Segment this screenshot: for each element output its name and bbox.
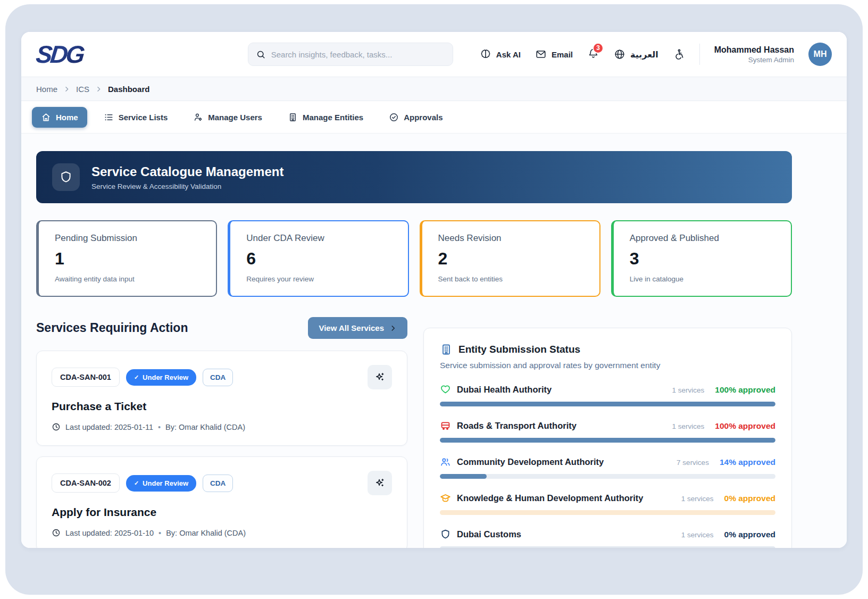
entity-tag-chip: CDA [203, 369, 233, 386]
stat-cards: Pending Submission 1 Awaiting entity dat… [36, 220, 792, 297]
page-title: Service Catalogue Management [91, 164, 283, 179]
search-bar[interactable] [248, 43, 453, 66]
bus-icon [440, 420, 451, 431]
tab-approvals-label: Approvals [404, 113, 443, 122]
stat-value: 3 [630, 249, 775, 269]
check-icon: ✓ [134, 374, 139, 381]
entity-tag-chip: CDA [203, 475, 233, 492]
entity-name: Dubai Health Authority [457, 385, 552, 395]
breadcrumb: Home ICS Dashboard [21, 77, 847, 101]
search-input[interactable] [271, 50, 445, 59]
user-info[interactable]: Mohammed Hassan System Admin [714, 45, 794, 64]
entity-row[interactable]: Community Development Authority 7 servic… [440, 456, 775, 479]
entity-services-count: 1 services [681, 495, 714, 503]
stat-card-needs-revision[interactable]: Needs Revision 2 Sent back to entities [420, 220, 600, 297]
ai-sparkle-button[interactable] [368, 365, 392, 389]
users-icon [440, 456, 451, 468]
service-title: Purchase a Ticket [52, 400, 392, 413]
service-title: Apply for Insurance [52, 506, 392, 519]
graduation-cap-icon [440, 493, 451, 504]
globe-icon [614, 48, 625, 60]
status-badge: ✓ Under Review [126, 475, 196, 492]
entity-services-count: 7 services [677, 459, 709, 467]
stat-title: Approved & Published [630, 233, 775, 244]
stat-card-under-cda-review[interactable]: Under CDA Review 6 Requires your review [228, 220, 408, 297]
service-code-chip: CDA-SAN-001 [52, 368, 120, 387]
stat-caption: Requires your review [246, 275, 391, 283]
service-card[interactable]: CDA-SAN-002 ✓ Under Review CDA Apply for… [36, 456, 407, 548]
home-icon [41, 112, 51, 122]
progress-track [440, 402, 775, 406]
stat-card-approved-published[interactable]: Approved & Published 3 Live in catalogue [611, 220, 792, 297]
email-label: Email [552, 50, 573, 59]
brain-icon [480, 48, 491, 60]
tab-manage-users[interactable]: Manage Users [184, 107, 271, 128]
breadcrumb-ics[interactable]: ICS [76, 85, 89, 94]
stat-value: 2 [438, 249, 583, 269]
user-role: System Admin [714, 56, 794, 64]
nav-tabs: Home Service Lists Manage Users Manage E… [21, 101, 847, 134]
user-gear-icon [193, 112, 203, 122]
email-button[interactable]: Email [535, 48, 573, 60]
chevron-right-icon [63, 86, 70, 93]
check-circle-icon [389, 112, 399, 122]
service-code-chip: CDA-SAN-002 [52, 473, 120, 493]
view-all-services-button[interactable]: View All Services [308, 317, 407, 339]
notifications-button[interactable]: 3 [587, 47, 599, 62]
tab-home[interactable]: Home [32, 107, 87, 128]
progress-fill [440, 402, 775, 406]
language-switcher[interactable]: العربية [614, 48, 658, 60]
entity-approval-rate: 100% approved [715, 385, 775, 395]
tab-manage-entities[interactable]: Manage Entities [279, 107, 372, 128]
tab-approvals[interactable]: Approvals [380, 107, 452, 128]
tab-service-lists[interactable]: Service Lists [95, 107, 177, 128]
chevron-right-icon [389, 325, 397, 332]
entity-row[interactable]: Dubai Customs 1 services 0% approved [440, 529, 775, 548]
hero-banner: Service Catalogue Management Service Rev… [36, 151, 792, 203]
service-card[interactable]: CDA-SAN-001 ✓ Under Review CDA Purchase … [36, 351, 407, 446]
notification-count-badge: 3 [592, 43, 604, 54]
entity-approval-rate: 14% approved [720, 457, 775, 467]
stat-title: Needs Revision [438, 233, 583, 244]
check-icon: ✓ [134, 480, 139, 487]
stat-caption: Live in catalogue [630, 275, 775, 283]
service-updated: Last updated: 2025-01-10 [65, 529, 154, 537]
meta-separator: • [158, 529, 161, 537]
services-column: Services Requiring Action View All Servi… [36, 317, 407, 548]
app-window: SDG Ask AI Email [21, 32, 847, 548]
tab-home-label: Home [56, 113, 78, 122]
status-label: Under Review [143, 373, 188, 381]
stat-caption: Awaiting entity data input [55, 275, 200, 283]
list-icon [104, 112, 114, 122]
stat-card-pending-submission[interactable]: Pending Submission 1 Awaiting entity dat… [36, 220, 217, 297]
entity-status-column: Entity Submission Status Service submiss… [423, 317, 792, 548]
panel-subtitle: Service submission and approval rates by… [440, 361, 775, 370]
stat-caption: Sent back to entities [438, 275, 583, 283]
ask-ai-label: Ask AI [496, 50, 521, 59]
entity-submission-panel: Entity Submission Status Service submiss… [423, 328, 792, 548]
entity-row[interactable]: Knowledge & Human Development Authority … [440, 493, 775, 515]
entity-row[interactable]: Dubai Health Authority 1 services 100% a… [440, 384, 775, 406]
entity-services-count: 1 services [672, 386, 705, 394]
status-label: Under Review [143, 479, 188, 487]
logo: SDG [35, 40, 89, 69]
stat-title: Under CDA Review [246, 233, 391, 244]
page-subtitle: Service Review & Accessibility Validatio… [91, 182, 283, 190]
breadcrumb-home[interactable]: Home [36, 85, 57, 94]
accessibility-button[interactable] [673, 48, 685, 61]
view-all-services-label: View All Services [319, 323, 384, 332]
top-header: SDG Ask AI Email [21, 32, 847, 77]
entity-row[interactable]: Roads & Transport Authority 1 services 1… [440, 420, 775, 443]
header-divider [699, 44, 700, 65]
clock-icon [52, 528, 61, 537]
building-icon [440, 343, 453, 356]
ai-sparkle-button[interactable] [368, 471, 392, 495]
entity-name: Knowledge & Human Development Authority [457, 493, 644, 503]
meta-separator: • [158, 423, 161, 431]
hero-text: Service Catalogue Management Service Rev… [91, 164, 283, 190]
avatar[interactable]: MH [808, 43, 832, 66]
status-badge: ✓ Under Review [126, 369, 196, 386]
entity-name: Roads & Transport Authority [457, 421, 577, 431]
wheelchair-icon [673, 48, 685, 61]
ask-ai-button[interactable]: Ask AI [480, 48, 521, 60]
